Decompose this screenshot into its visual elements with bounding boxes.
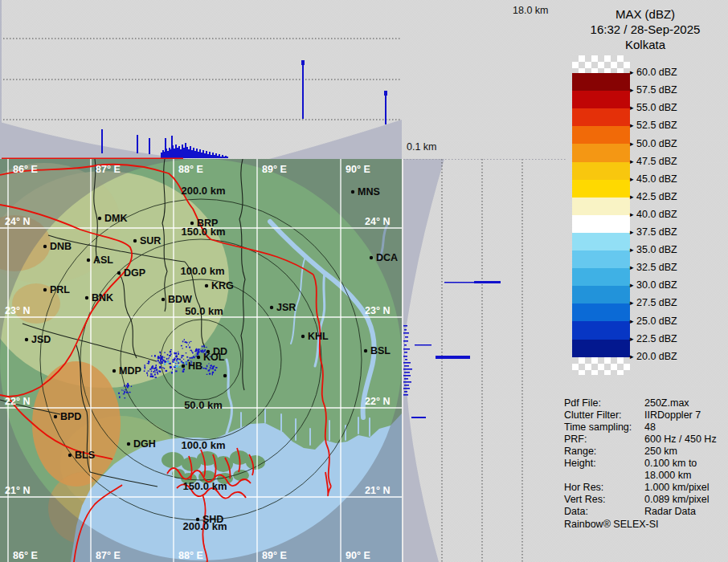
rect-shape [209,152,211,158]
rect-shape [219,154,220,158]
station-dot [182,364,185,368]
rect-shape [148,360,149,362]
metadata-row: Data:Radar Data [564,506,717,518]
rect-shape [182,348,183,349]
rect-shape [206,347,207,348]
rect-shape [124,385,125,386]
rect-shape [155,377,157,378]
rect-shape [159,361,161,363]
range-ring-label: 150.0 km [183,480,227,492]
rect-shape [147,363,148,364]
rect-shape [162,150,164,158]
rect-shape [186,362,187,363]
station-label: MDP [119,365,141,377]
rect-shape [183,148,185,158]
rect-shape [214,155,215,158]
station-dot [162,298,165,301]
rect-shape [189,347,190,348]
rect-shape [184,339,185,340]
colorbar-band [572,303,630,321]
cross-section-right-panel [403,159,567,562]
latitude-label: 21° N [5,485,30,496]
rect-shape [119,396,121,398]
scan-datetime: 16:32 / 28-Sep-2025 [562,22,728,37]
rect-shape [0,0,2,159]
rect-shape [403,362,411,364]
rect-shape [403,325,407,327]
rect-shape [403,381,411,383]
rect-shape [172,369,173,370]
colorbar-band [572,108,630,126]
rect-shape [144,370,145,372]
rect-shape [158,371,160,372]
rect-shape [169,148,170,158]
rect-shape [185,360,186,361]
rect-shape [178,352,178,352]
rect-shape [175,370,178,372]
path-shape [269,120,402,159]
rect-shape [170,353,172,355]
station-dot [301,335,305,338]
rect-shape [174,362,175,363]
product-name: MAX (dBZ) [562,6,728,22]
rect-shape [167,151,169,158]
rect-shape [149,369,152,370]
rect-shape [404,385,409,386]
station-dot [127,442,130,446]
colorbar-band [572,55,630,73]
rect-shape [159,367,161,369]
colorbar-tick-label: ▸ 30.0 dBZ [630,279,677,291]
rect-shape [186,352,187,353]
rect-shape [178,364,178,366]
station-dot [190,222,194,225]
metadata-row: Vert Res:0.089 km/pixel [564,494,717,506]
rect-shape [169,357,170,359]
rect-shape [174,359,175,361]
rect-shape [126,392,128,393]
rect-shape [204,153,206,158]
legend-panel: MAX (dBZ) 16:32 / 28-Sep-2025 Kolkata Pd… [562,0,728,562]
path-shape [0,122,186,159]
rect-shape [225,156,227,158]
latitude-label: 24° N [365,216,390,227]
metadata-row: Clutter Filter:IIRDoppler 7 [564,409,717,422]
rect-shape [164,368,166,369]
colorbar-band [572,198,630,215]
colorbar-band [572,286,630,303]
rect-shape [131,386,132,387]
rect-shape [212,366,214,368]
panel-separator [402,159,403,562]
rect-shape [215,369,216,371]
rect-shape [151,371,152,373]
rect-shape [193,148,194,158]
rect-shape [186,356,188,358]
rect-shape [186,346,187,348]
ellipse-shape [32,361,121,487]
latitude-label: 22° N [365,396,390,407]
rect-shape [202,150,204,158]
station-label: MNS [358,186,380,198]
rect-shape [411,417,426,418]
rect-shape [207,365,208,368]
dbz-colorbar [572,55,630,375]
rect-shape [157,356,159,359]
rect-shape [211,155,212,158]
rect-shape [155,372,156,373]
rect-shape [415,344,431,346]
station-label: KHL [308,331,329,342]
rect-shape [215,153,217,158]
rect-shape [404,372,410,373]
rect-shape [176,356,178,356]
rect-shape [175,358,176,359]
colorbar-tick-label: ▸ 35.0 dBZ [630,244,677,255]
rect-shape [404,378,408,380]
rect-shape [175,366,177,367]
rect-shape [154,355,156,357]
rect-shape [181,356,182,358]
rect-shape [201,352,202,353]
rect-shape [165,138,166,158]
rect-shape [167,358,169,359]
rect-shape [209,373,211,375]
longitude-label: 90° E [346,164,370,175]
station-label: DGH [133,438,156,450]
